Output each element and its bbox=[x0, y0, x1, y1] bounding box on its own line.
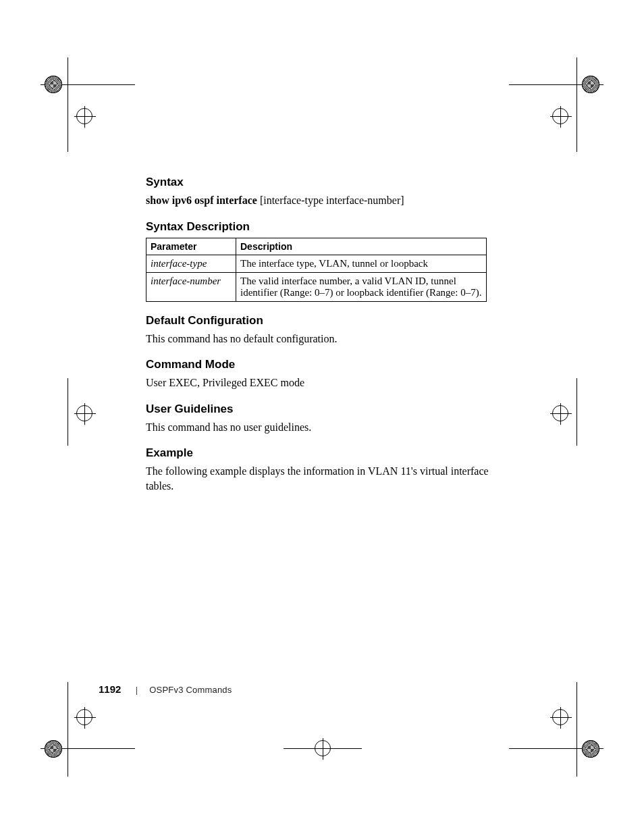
table-row: interface-type The interface type, VLAN,… bbox=[146, 255, 487, 272]
syntax-description-table: Parameter Description interface-type The… bbox=[146, 238, 487, 302]
crop-line bbox=[576, 682, 577, 777]
table-cell-param: interface-number bbox=[146, 272, 236, 301]
command-mode-section: Command Mode User EXEC, Privileged EXEC … bbox=[146, 358, 490, 390]
user-guidelines-body: This command has no user guidelines. bbox=[146, 420, 490, 435]
registration-mark-icon bbox=[552, 108, 568, 124]
crop-rosette-icon bbox=[582, 76, 599, 93]
page-footer: 1192 | OSPFv3 Commands bbox=[99, 683, 232, 696]
example-body: The following example displays the infor… bbox=[146, 464, 490, 493]
user-guidelines-section: User Guidelines This command has no user… bbox=[146, 402, 490, 435]
syntax-command-rest: [interface-type interface-number] bbox=[257, 194, 404, 206]
default-configuration-section: Default Configuration This command has n… bbox=[146, 314, 490, 346]
footer-separator: | bbox=[136, 685, 138, 695]
syntax-command-line: show ipv6 ospf interface [interface-type… bbox=[146, 193, 490, 208]
table-header-row: Parameter Description bbox=[146, 238, 487, 255]
command-mode-body: User EXEC, Privileged EXEC mode bbox=[146, 375, 490, 390]
crop-line bbox=[68, 682, 68, 777]
table-header-description: Description bbox=[236, 238, 487, 255]
default-configuration-body: This command has no default configuratio… bbox=[146, 332, 490, 346]
crop-rosette-icon bbox=[45, 76, 62, 93]
crop-line bbox=[68, 57, 68, 152]
crop-rosette-icon bbox=[45, 740, 62, 758]
table-cell-desc: The interface type, VLAN, tunnel or loop… bbox=[236, 255, 487, 272]
registration-mark-icon bbox=[552, 709, 568, 725]
default-configuration-heading: Default Configuration bbox=[146, 314, 490, 328]
table-header-parameter: Parameter bbox=[146, 238, 236, 255]
syntax-description-section: Syntax Description Parameter Description… bbox=[146, 220, 490, 302]
syntax-section: Syntax show ipv6 ospf interface [interfa… bbox=[146, 176, 490, 208]
table-row: interface-number The valid interface num… bbox=[146, 272, 487, 301]
page-number: 1192 bbox=[99, 683, 121, 695]
table-cell-desc: The valid interface number, a valid VLAN… bbox=[236, 272, 487, 301]
crop-line bbox=[68, 378, 68, 446]
syntax-heading: Syntax bbox=[146, 176, 490, 189]
footer-section-title: OSPFv3 Commands bbox=[149, 685, 232, 695]
crop-line bbox=[576, 57, 577, 152]
example-heading: Example bbox=[146, 446, 490, 460]
user-guidelines-heading: User Guidelines bbox=[146, 402, 490, 416]
registration-mark-icon bbox=[552, 405, 568, 421]
page: Syntax show ipv6 ospf interface [interfa… bbox=[0, 0, 644, 834]
syntax-description-heading: Syntax Description bbox=[146, 220, 490, 234]
registration-mark-icon bbox=[76, 405, 92, 421]
example-section: Example The following example displays t… bbox=[146, 446, 490, 493]
registration-mark-icon bbox=[76, 709, 92, 725]
table-cell-param: interface-type bbox=[146, 255, 236, 272]
command-mode-heading: Command Mode bbox=[146, 358, 490, 371]
crop-line bbox=[576, 378, 577, 446]
crop-line bbox=[284, 748, 362, 749]
crop-rosette-icon bbox=[582, 740, 599, 758]
syntax-command-bold: show ipv6 ospf interface bbox=[146, 194, 257, 206]
registration-mark-icon bbox=[76, 108, 92, 124]
content-area: Syntax show ipv6 ospf interface [interfa… bbox=[146, 176, 490, 506]
